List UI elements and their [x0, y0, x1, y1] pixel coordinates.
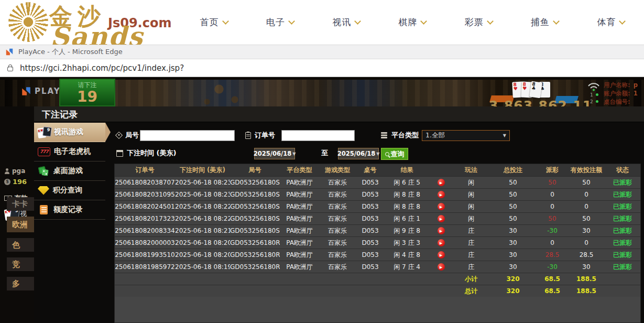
cell-game-type: 百家乐 — [319, 202, 356, 211]
table-row: 250618082000003 2025-06-18 08:20:37 GD05… — [115, 236, 640, 249]
list-icon — [381, 132, 388, 139]
screen: 金沙 Js09.com Sands 首页 电子 视讯 棋牌 彩票 — [0, 0, 644, 323]
cell-video — [429, 179, 453, 187]
bet-records-panel: 下注记录 视讯游戏 电子老虎机 桌面游戏 积分查询 额度记录 — [34, 106, 644, 323]
cell-platform: PA欧洲厅 — [280, 227, 319, 235]
table-row: 250618082024501 2025-06-18 08:22:35 GD05… — [115, 200, 640, 212]
lobby-item-label: 色 — [12, 240, 20, 250]
cell-order-no: 250618082038707 — [115, 179, 175, 186]
cell-status: 已派彩 — [605, 251, 640, 260]
table-header-cell: 派彩 — [537, 166, 568, 175]
cell-round-no: GD053256180S4 — [230, 179, 280, 186]
cell-platform: PA欧洲厅 — [280, 251, 319, 260]
lock-icon — [7, 67, 13, 71]
sidebar-item[interactable]: 桌面游戏 — [34, 162, 105, 181]
platform-select[interactable]: 1.全部 ▼ — [422, 130, 510, 141]
chevron-down-icon — [421, 18, 428, 25]
sidebar-item[interactable]: 积分查询 — [34, 181, 105, 200]
lobby-item[interactable]: 卡卡 — [7, 197, 34, 211]
account-info-value: p — [634, 81, 638, 89]
sidebar-item[interactable]: 视讯游戏 — [34, 123, 105, 142]
subtotal-payout: 68.5 — [537, 275, 568, 283]
cell-payout: 50 — [537, 179, 568, 186]
playace-favicon — [5, 48, 14, 56]
lobby-item[interactable]: 竞 — [7, 257, 34, 271]
nav-item[interactable]: 捕鱼 — [531, 16, 559, 28]
search-button[interactable]: 查询 — [381, 148, 408, 160]
play-video-icon[interactable] — [438, 179, 445, 186]
cell-video — [429, 251, 453, 259]
nav-item[interactable]: 视讯 — [332, 16, 360, 28]
cell-result: 闲 8 庄 8 — [385, 190, 429, 199]
account-info-row: 账户余额: 1 — [604, 89, 638, 98]
bet-time-label-group: 下注时间 (美东) — [116, 148, 176, 158]
cell-valid-bet: 50 — [568, 215, 605, 222]
cell-table-no: D053 — [356, 179, 385, 186]
nav-item[interactable]: 首页 — [200, 16, 228, 28]
lobby-item[interactable]: 多 — [7, 277, 34, 290]
cell-bet-time: 2025-06-18 08:21:19 — [175, 227, 230, 234]
table-body: 250618082038707 2025-06-18 08:23:46 GD05… — [115, 176, 640, 273]
order-no-label-group: 订单号 — [245, 131, 275, 140]
play-video-icon[interactable] — [438, 251, 445, 259]
cell-table-no: D053 — [356, 239, 385, 246]
play-video-icon[interactable] — [438, 227, 445, 234]
cell-bet-time: 2025-06-18 08:23:09 — [175, 191, 230, 198]
cell-result: 闲 8 庄 8 — [385, 202, 429, 211]
cell-platform: PA欧洲厅 — [280, 202, 319, 211]
cell-video — [429, 239, 453, 247]
nav-item-label: 彩票 — [465, 16, 484, 28]
cell-video — [429, 215, 453, 223]
cell-play: 庄 — [453, 227, 489, 235]
sidebar-item[interactable]: 电子老虎机 — [34, 142, 105, 162]
cell-game-type: 百家乐 — [319, 227, 356, 235]
cell-platform: PA欧洲厅 — [280, 190, 319, 199]
date-from-select[interactable]: 2025/06/18 ▼ — [254, 148, 295, 159]
lobby-item[interactable]: 色 — [7, 238, 34, 252]
cell-platform: PA欧洲厅 — [280, 214, 319, 223]
cell-game-type: 百家乐 — [319, 263, 356, 272]
nav-item[interactable]: 棋牌 — [398, 16, 426, 28]
signal-number: 2 — [590, 99, 593, 104]
nav-item[interactable]: 电子 — [266, 16, 294, 28]
sidebar-item-label: 桌面游戏 — [53, 166, 83, 176]
table-row: 250618082031095 2025-06-18 08:23:09 GD05… — [115, 188, 640, 200]
cell-game-type: 百家乐 — [319, 214, 356, 223]
nav-item-label: 捕鱼 — [531, 16, 550, 28]
cell-payout: -30 — [537, 227, 568, 234]
order-no-input[interactable] — [281, 130, 355, 141]
play-video-icon[interactable] — [438, 263, 445, 271]
play-video-icon[interactable] — [438, 203, 445, 210]
platform-label-group: 平台类型 — [381, 131, 419, 140]
round-no-label: 局号 — [125, 131, 139, 140]
sidebar-item-label: 积分查询 — [53, 186, 82, 195]
dropdown-arrow-icon: ▼ — [503, 133, 506, 138]
nav-item[interactable]: 彩票 — [465, 16, 493, 28]
address-bar[interactable]: https://gci.2hhapi.com/pc/pcv1/index.jsp… — [0, 59, 644, 77]
cell-payout: 0 — [537, 239, 568, 246]
table-row: 250618082038707 2025-06-18 08:23:46 GD05… — [115, 176, 640, 188]
lobby-item[interactable]: 欧洲 — [7, 217, 34, 232]
play-video-icon[interactable] — [438, 191, 445, 198]
table-header-cell: 局号 — [230, 166, 280, 175]
money-bag-icon: $ — [4, 179, 10, 185]
lobby-item-label: 欧洲 — [12, 220, 28, 229]
account-info-row: 桌台编号: — [604, 98, 638, 106]
cell-play: 闲 — [453, 190, 489, 199]
nav-item[interactable]: 体育 — [597, 16, 625, 28]
cell-payout: 0 — [537, 203, 568, 210]
table-row: 250618081993510 2025-06-18 08:20:02 GD05… — [115, 249, 640, 261]
grand-total-row: 总计 320 68.5 188.5 — [115, 285, 640, 297]
cell-status: 已派彩 — [605, 214, 640, 223]
table-header-row: 订单号下注时间 (美东)局号平台类型游戏类型桌号结果玩法总投注派彩有效投注额状态 — [115, 164, 640, 176]
play-video-icon[interactable] — [438, 239, 445, 246]
dealt-cards: 8 ♥ 8 ♥ 8 ♣ 8 ♣ — [515, 82, 550, 98]
cell-total-bet: 50 — [489, 203, 537, 210]
sidebar-item[interactable]: 额度记录 — [34, 200, 105, 220]
cell-status: 已派彩 — [605, 263, 640, 272]
round-no-input[interactable] — [140, 130, 235, 141]
account-info-row: 用户名称: p — [604, 81, 638, 89]
nav-item-label: 棋牌 — [398, 16, 417, 28]
date-to-select[interactable]: 2025/06/18 ▼ — [338, 148, 379, 159]
play-video-icon[interactable] — [438, 215, 445, 222]
